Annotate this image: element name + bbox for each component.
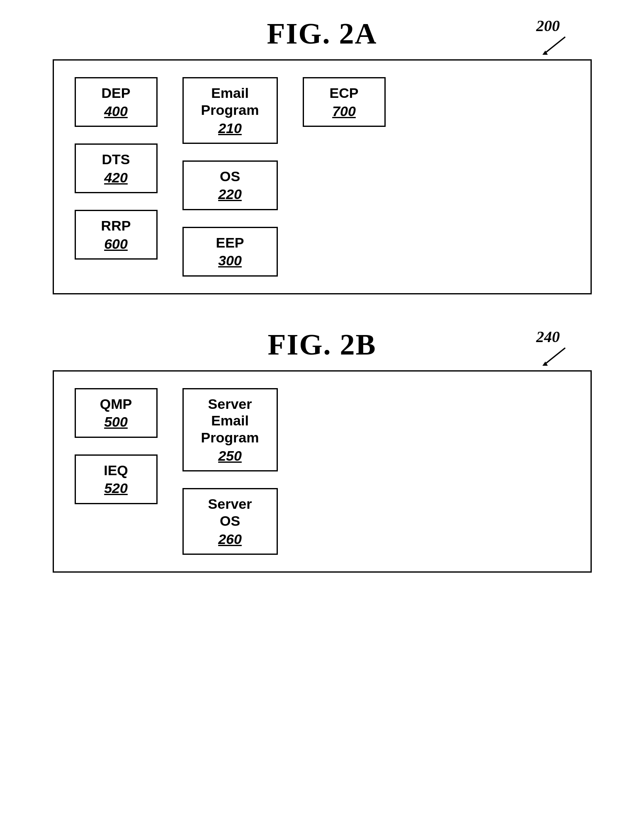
ieq-module: IEQ 520	[75, 454, 158, 504]
emailprogram-module: Email Program 210	[182, 77, 278, 144]
fig2b-grid: QMP 500 IEQ 520 Server Email Program 250	[75, 388, 570, 555]
os-module: OS 220	[182, 160, 278, 210]
emailprogram-num: 210	[218, 120, 242, 136]
fig2a-col3: ECP 700	[303, 77, 386, 127]
fig2b-arrow-icon	[536, 346, 569, 367]
emailprogram-name: Email Program	[201, 85, 259, 119]
rrp-name: RRP	[101, 217, 131, 234]
fig2b-title: FIG. 2B	[267, 328, 376, 362]
fig2b-col1: QMP 500 IEQ 520	[75, 388, 158, 504]
serveros-num: 260	[218, 531, 242, 547]
fig2a-diagram: DEP 400 DTS 420 RRP 600 Email Program 21…	[53, 59, 592, 294]
ecp-num: 700	[332, 103, 356, 119]
dep-num: 400	[104, 103, 128, 119]
rrp-module: RRP 600	[75, 210, 158, 260]
ieq-name: IEQ	[104, 462, 128, 479]
ecp-name: ECP	[330, 85, 359, 102]
dts-num: 420	[104, 170, 128, 186]
serveremailprogram-num: 250	[218, 448, 242, 464]
fig2a-arrow-icon	[536, 35, 569, 56]
serveremailprogram-module: Server Email Program 250	[182, 388, 278, 471]
fig2a-grid: DEP 400 DTS 420 RRP 600 Email Program 21…	[75, 77, 570, 277]
serveremailprogram-name: Server Email Program	[188, 396, 272, 446]
os-num: 220	[218, 186, 242, 202]
qmp-num: 500	[104, 414, 128, 430]
fig2b-header: FIG. 2B 240	[25, 328, 619, 362]
qmp-module: QMP 500	[75, 388, 158, 438]
fig2a-col2: Email Program 210 OS 220 EEP 300	[182, 77, 278, 277]
fig2b-diagram: QMP 500 IEQ 520 Server Email Program 250	[53, 370, 592, 573]
dts-module: DTS 420	[75, 143, 158, 193]
serveros-name: Server OS	[208, 496, 252, 530]
svg-line-0	[544, 37, 565, 53]
ecp-module: ECP 700	[303, 77, 386, 127]
fig2b-col2: Server Email Program 250 Server OS 260	[182, 388, 278, 555]
dep-module: DEP 400	[75, 77, 158, 127]
dep-name: DEP	[102, 85, 131, 102]
eep-name: EEP	[216, 234, 244, 251]
dts-name: DTS	[102, 151, 130, 168]
os-name: OS	[220, 168, 240, 185]
svg-line-2	[544, 348, 565, 364]
serveros-module: Server OS 260	[182, 488, 278, 555]
ieq-num: 520	[104, 480, 128, 496]
fig2a-title: FIG. 2A	[267, 17, 377, 51]
fig2b-ref: 240	[536, 328, 560, 346]
fig2b-section: FIG. 2B 240 QMP 500 IEQ	[25, 328, 619, 606]
page-container: FIG. 2A 200 DEP 400 DTS 420	[0, 0, 644, 622]
fig2a-ref-container: 200	[536, 17, 569, 56]
fig2a-header: FIG. 2A 200	[25, 17, 619, 51]
eep-module: EEP 300	[182, 227, 278, 277]
fig2a-col1: DEP 400 DTS 420 RRP 600	[75, 77, 158, 260]
fig2a-ref: 200	[536, 17, 560, 35]
fig2b-ref-container: 240	[536, 328, 569, 367]
rrp-num: 600	[104, 236, 128, 252]
eep-num: 300	[218, 253, 242, 269]
qmp-name: QMP	[100, 396, 132, 413]
